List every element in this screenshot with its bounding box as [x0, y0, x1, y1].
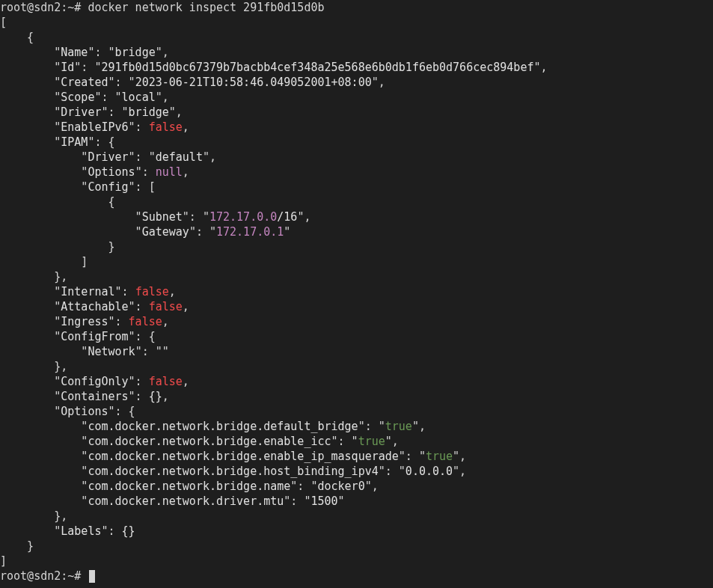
json-opt4: "com.docker.network.bridge.host_binding_… [0, 464, 713, 479]
json-containers: "Containers": {}, [0, 389, 713, 404]
json-opt2: "com.docker.network.bridge.enable_icc": … [0, 434, 713, 449]
json-ipam-config-close: ] [0, 254, 713, 269]
json-opt6: "com.docker.network.driver.mtu": "1500" [0, 494, 713, 509]
json-subnet: "Subnet": "172.17.0.0/16", [0, 209, 713, 224]
prompt-line: root@sdn2:~# docker network inspect 291f… [0, 0, 713, 15]
prompt-line-end: root@sdn2:~# [0, 569, 713, 584]
json-ipam-driver: "Driver": "default", [0, 150, 713, 165]
json-options-open: "Options": { [0, 404, 713, 419]
json-driver: "Driver": "bridge", [0, 105, 713, 120]
json-enableipv6: "EnableIPv6": false, [0, 120, 713, 135]
json-ipam-config-brace: { [0, 195, 713, 209]
json-ipam-open: "IPAM": { [0, 135, 713, 150]
json-opt5: "com.docker.network.bridge.name": "docke… [0, 479, 713, 494]
typed-command: docker network inspect 291fb0d15d0b [88, 1, 324, 14]
json-created: "Created": "2023-06-21T10:58:46.04905200… [0, 75, 713, 90]
json-configonly: "ConfigOnly": false, [0, 374, 713, 389]
json-opt3: "com.docker.network.bridge.enable_ip_mas… [0, 449, 713, 464]
json-labels: "Labels": {} [0, 524, 713, 539]
json-ingress: "Ingress": false, [0, 314, 713, 329]
json-gateway: "Gateway": "172.17.0.1" [0, 224, 713, 239]
shell-prompt-end: root@sdn2:~# [0, 569, 81, 583]
json-ipam-options: "Options": null, [0, 165, 713, 180]
cursor-icon [89, 570, 95, 583]
json-open-brace: { [0, 30, 713, 45]
json-internal: "Internal": false, [0, 284, 713, 299]
json-close-brace: } [0, 539, 713, 554]
json-ipam-config-brace-close: } [0, 239, 713, 254]
json-scope: "Scope": "local", [0, 90, 713, 105]
json-options-close: }, [0, 509, 713, 524]
json-configfrom-open: "ConfigFrom": { [0, 329, 713, 344]
json-open-bracket: [ [0, 15, 713, 30]
json-close-bracket: ] [0, 554, 713, 569]
json-attachable: "Attachable": false, [0, 299, 713, 314]
json-name: "Name": "bridge", [0, 45, 713, 60]
json-ipam-close: }, [0, 269, 713, 284]
json-id: "Id": "291fb0d15d0bc67379b7bacbb4cef348a… [0, 60, 713, 75]
json-opt1: "com.docker.network.bridge.default_bridg… [0, 419, 713, 434]
json-configfrom-network: "Network": "" [0, 344, 713, 359]
terminal-output[interactable]: root@sdn2:~# docker network inspect 291f… [0, 0, 713, 584]
json-configfrom-close: }, [0, 359, 713, 374]
json-ipam-config-open: "Config": [ [0, 180, 713, 195]
shell-prompt: root@sdn2:~# [0, 1, 81, 14]
